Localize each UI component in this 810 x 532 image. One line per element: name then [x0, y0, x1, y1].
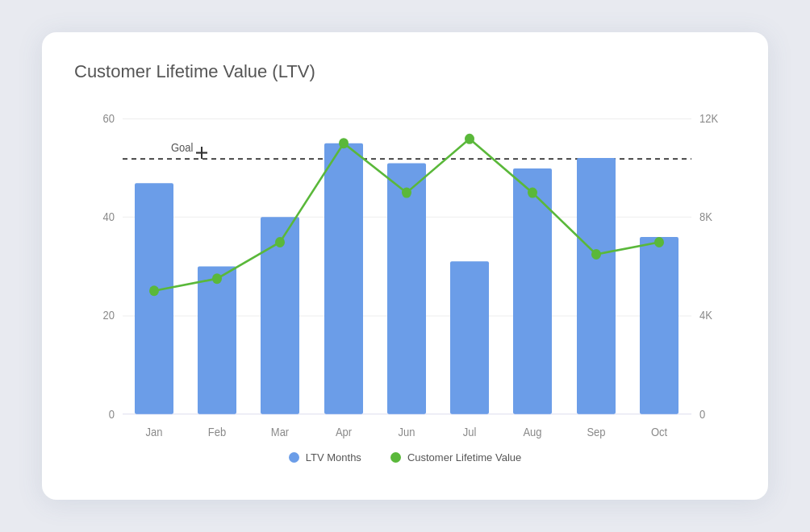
legend-customer-ltv-label: Customer Lifetime Value [407, 451, 521, 463]
svg-text:Sep: Sep [587, 426, 605, 438]
bar-sep [577, 158, 616, 414]
bar-oct [640, 237, 678, 414]
chart-svg: Goal 0 20 40 60 0 4K 8K 12K [74, 102, 736, 440]
svg-text:0: 0 [109, 409, 115, 422]
svg-text:12K: 12K [699, 112, 718, 125]
svg-text:8K: 8K [699, 210, 712, 223]
svg-text:Jul: Jul [463, 426, 477, 438]
svg-text:Mar: Mar [271, 426, 290, 438]
legend-customer-ltv: Customer Lifetime Value [390, 451, 521, 463]
chart-legend: LTV Months Customer Lifetime Value [74, 451, 736, 463]
bar-jan [135, 183, 173, 414]
svg-text:0: 0 [699, 409, 705, 422]
bar-feb [198, 267, 236, 414]
chart-card: Customer Lifetime Value (LTV) Goal 0 20 [42, 32, 768, 500]
svg-text:Aug: Aug [523, 426, 541, 438]
svg-text:Feb: Feb [208, 426, 226, 438]
dot-jul [465, 134, 474, 144]
legend-ltv-months: LTV Months [289, 451, 361, 463]
dot-aug [528, 188, 537, 198]
dot-feb [212, 273, 222, 284]
svg-text:4K: 4K [699, 310, 712, 322]
svg-text:20: 20 [103, 310, 115, 322]
svg-text:Oct: Oct [651, 426, 667, 438]
legend-dot-blue [289, 452, 299, 463]
svg-text:60: 60 [103, 112, 115, 125]
bar-apr [324, 143, 363, 414]
dot-oct [654, 237, 664, 247]
legend-dot-green [390, 452, 401, 463]
dot-jun [402, 188, 411, 198]
svg-text:Goal: Goal [171, 142, 193, 155]
dot-jan [149, 285, 159, 296]
bar-jun [387, 163, 426, 414]
chart-title: Customer Lifetime Value (LTV) [74, 61, 736, 82]
legend-ltv-months-label: LTV Months [306, 451, 361, 463]
dot-sep [591, 249, 601, 260]
dot-mar [275, 237, 285, 247]
chart-area: Goal 0 20 40 60 0 4K 8K 12K [74, 102, 736, 440]
svg-text:40: 40 [103, 210, 115, 223]
bar-jul [450, 261, 489, 414]
svg-text:Jun: Jun [399, 426, 415, 438]
svg-text:Apr: Apr [336, 426, 353, 438]
dot-apr [339, 138, 349, 148]
svg-text:Jan: Jan [146, 426, 163, 438]
